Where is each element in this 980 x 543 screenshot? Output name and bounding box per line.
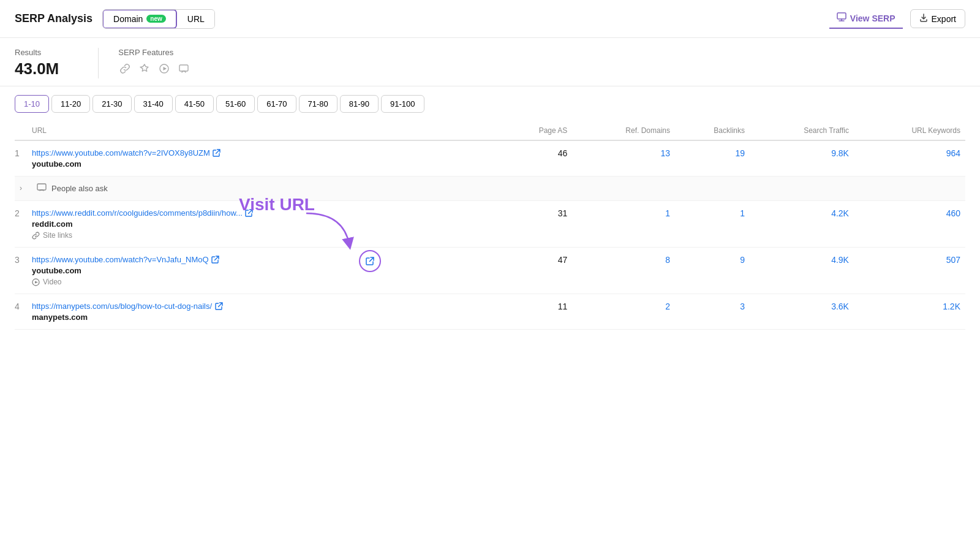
backlinks-3: 9 bbox=[675, 248, 750, 294]
url-link-2[interactable]: https://www.reddit.com/r/coolguides/comm… bbox=[32, 208, 498, 218]
export-icon bbox=[919, 13, 928, 24]
results-table: URL Page AS Ref. Domains Backlinks Searc… bbox=[15, 121, 965, 330]
page-11-20[interactable]: 11-20 bbox=[51, 95, 90, 113]
search-traffic-1: 9.8K bbox=[750, 140, 854, 177]
url-keywords-2: 460 bbox=[854, 201, 965, 248]
url-cell-3: https://www.youtube.com/watch?v=VnJafu_N… bbox=[32, 248, 503, 294]
url-cell-1: https://www.youtube.com/watch?v=2IVOX8y8… bbox=[32, 140, 503, 177]
backlinks-4: 3 bbox=[675, 294, 750, 330]
svg-marker-6 bbox=[35, 281, 38, 283]
row-num-1: 1 bbox=[15, 140, 32, 177]
col-ref-domains: Ref. Domains bbox=[572, 121, 675, 140]
feature-expand-btn[interactable]: › bbox=[15, 177, 32, 201]
video-label: Video bbox=[43, 278, 61, 286]
ref-domains-3: 8 bbox=[572, 248, 675, 294]
external-link-icon-3 bbox=[211, 256, 220, 264]
ref-domains-2: 1 bbox=[572, 201, 675, 248]
table-row: 1 https://www.youtube.com/watch?v=2IVOX8… bbox=[15, 140, 965, 177]
view-serp-icon bbox=[837, 12, 846, 24]
video-icon bbox=[157, 62, 171, 75]
url-link-4[interactable]: https://manypets.com/us/blog/how-to-cut-… bbox=[32, 302, 498, 311]
video-feature: Video bbox=[32, 278, 498, 286]
external-link-icon-2 bbox=[245, 209, 254, 218]
results-block: Results 43.0M bbox=[15, 48, 78, 78]
table-row-feature: › People also ask bbox=[15, 177, 965, 201]
page-61-70[interactable]: 61-70 bbox=[257, 95, 296, 113]
page-81-90[interactable]: 81-90 bbox=[340, 95, 379, 113]
col-num bbox=[15, 121, 32, 140]
page-as-2: 31 bbox=[503, 201, 573, 248]
external-link-icon-4 bbox=[214, 302, 223, 311]
url-link-1[interactable]: https://www.youtube.com/watch?v=2IVOX8y8… bbox=[32, 148, 498, 158]
url-keywords-3: 507 bbox=[854, 248, 965, 294]
row-num-2: 2 bbox=[15, 201, 32, 248]
export-button[interactable]: Export bbox=[910, 9, 965, 28]
star-icon bbox=[138, 62, 151, 75]
link-icon bbox=[118, 62, 132, 75]
url-text-3: https://www.youtube.com/watch?v=VnJafu_N… bbox=[32, 255, 209, 264]
results-label: Results bbox=[15, 48, 59, 57]
col-url-keywords: URL Keywords bbox=[854, 121, 965, 140]
col-page-as: Page AS bbox=[503, 121, 573, 140]
results-value: 43.0M bbox=[15, 59, 59, 78]
backlinks-1: 19 bbox=[675, 140, 750, 177]
search-traffic-3: 4.9K bbox=[750, 248, 854, 294]
svg-marker-2 bbox=[164, 67, 167, 70]
tab-url[interactable]: URL bbox=[178, 10, 214, 28]
table-row: 2 https://www.reddit.com/r/coolguides/co… bbox=[15, 201, 965, 248]
table-row: 4 https://manypets.com/us/blog/how-to-cu… bbox=[15, 294, 965, 330]
url-text-2: https://www.reddit.com/r/coolguides/comm… bbox=[32, 208, 243, 218]
results-table-container: Visit URL URL Page AS Ref. Domains Backl… bbox=[0, 121, 980, 330]
ref-domains-4: 2 bbox=[572, 294, 675, 330]
external-link-icon-1 bbox=[213, 149, 221, 158]
svg-rect-4 bbox=[37, 184, 46, 190]
url-text-1: https://www.youtube.com/watch?v=2IVOX8y8… bbox=[32, 148, 210, 158]
serp-features-block: SERP Features bbox=[118, 48, 190, 75]
domain-new-badge: new bbox=[146, 15, 165, 23]
page-41-50[interactable]: 41-50 bbox=[175, 95, 214, 113]
domain-1: youtube.com bbox=[32, 159, 498, 169]
export-label: Export bbox=[932, 14, 956, 24]
url-cell-2: https://www.reddit.com/r/coolguides/comm… bbox=[32, 201, 503, 248]
page-31-40[interactable]: 31-40 bbox=[134, 95, 173, 113]
view-serp-button[interactable]: View SERP bbox=[829, 9, 903, 29]
page-title: SERP Analysis bbox=[15, 12, 92, 25]
chevron-icon: › bbox=[20, 184, 22, 192]
ref-domains-1: 13 bbox=[572, 140, 675, 177]
url-text-4: https://manypets.com/us/blog/how-to-cut-… bbox=[32, 302, 212, 311]
domain-4: manypets.com bbox=[32, 313, 498, 322]
stats-divider bbox=[98, 48, 99, 78]
row-num-3: 3 bbox=[15, 248, 32, 294]
backlinks-2: 1 bbox=[675, 201, 750, 248]
page-91-100[interactable]: 91-100 bbox=[381, 95, 424, 113]
serp-features-label: SERP Features bbox=[118, 48, 190, 57]
svg-rect-3 bbox=[179, 65, 188, 71]
page-1-10[interactable]: 1-10 bbox=[15, 95, 49, 113]
site-links-label: Site links bbox=[43, 231, 72, 240]
paa-icon bbox=[37, 183, 47, 194]
page-as-3: 47 bbox=[503, 248, 573, 294]
tab-domain-label: Domain bbox=[113, 14, 143, 24]
url-cell-4: https://manypets.com/us/blog/how-to-cut-… bbox=[32, 294, 503, 330]
row-num-4: 4 bbox=[15, 294, 32, 330]
stats-row: Results 43.0M SERP Features bbox=[0, 38, 980, 86]
search-traffic-4: 3.6K bbox=[750, 294, 854, 330]
col-backlinks: Backlinks bbox=[675, 121, 750, 140]
page-21-30[interactable]: 21-30 bbox=[92, 95, 131, 113]
people-also-ask-feature: People also ask bbox=[37, 183, 960, 194]
domain-3: youtube.com bbox=[32, 266, 498, 275]
page-71-80[interactable]: 71-80 bbox=[299, 95, 337, 113]
pagination-row: 1-10 11-20 21-30 31-40 41-50 51-60 61-70… bbox=[0, 86, 980, 121]
url-link-3[interactable]: https://www.youtube.com/watch?v=VnJafu_N… bbox=[32, 255, 498, 264]
page-51-60[interactable]: 51-60 bbox=[216, 95, 255, 113]
paa-label: People also ask bbox=[51, 184, 108, 193]
header-actions: View SERP Export bbox=[829, 9, 965, 29]
tab-group: Domain new URL bbox=[102, 9, 215, 29]
feature-cell: People also ask bbox=[32, 177, 965, 201]
tab-domain[interactable]: Domain new bbox=[102, 9, 177, 29]
url-keywords-4: 1.2K bbox=[854, 294, 965, 330]
page-as-4: 11 bbox=[503, 294, 573, 330]
search-traffic-2: 4.2K bbox=[750, 201, 854, 248]
header: SERP Analysis Domain new URL View SERP E… bbox=[0, 0, 980, 38]
svg-rect-0 bbox=[837, 13, 846, 19]
